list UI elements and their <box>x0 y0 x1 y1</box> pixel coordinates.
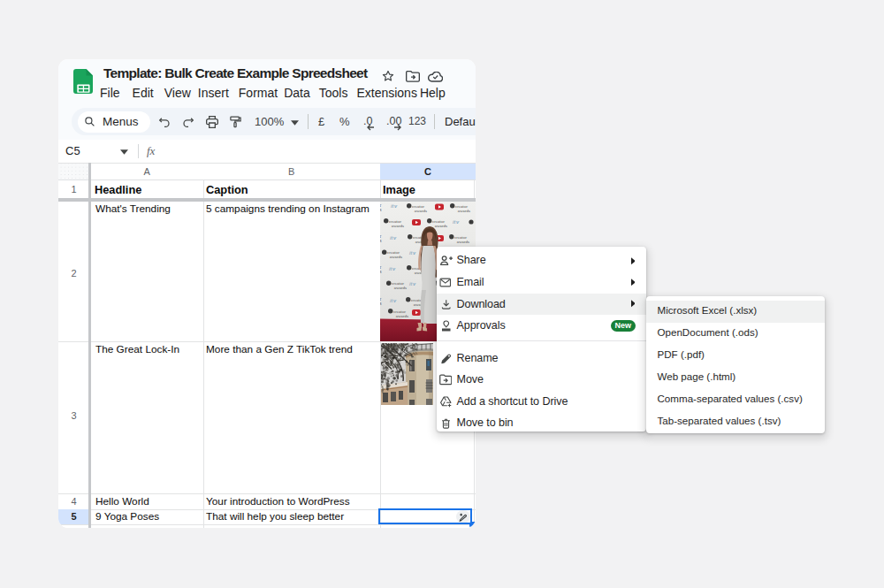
svg-text:ds: ds <box>380 238 382 243</box>
svg-text:ds: ds <box>380 207 382 212</box>
svg-text:ds: ds <box>380 269 382 274</box>
svg-text:ds: ds <box>380 301 382 306</box>
